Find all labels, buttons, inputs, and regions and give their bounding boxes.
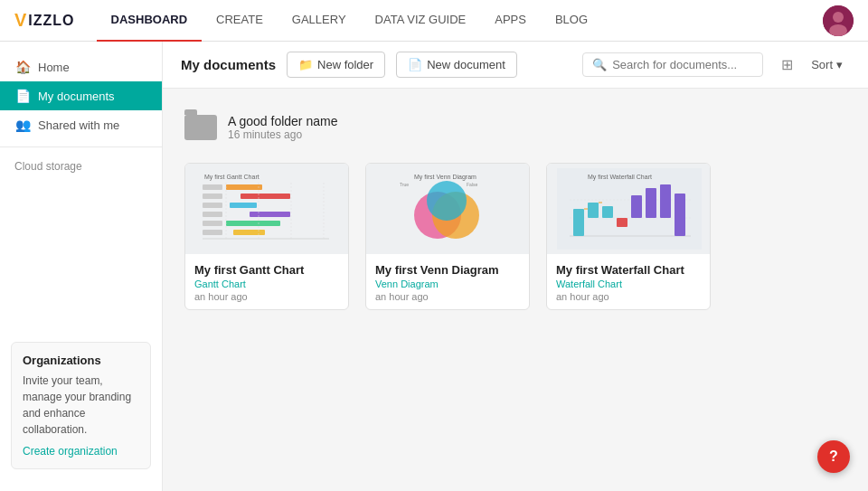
new-folder-label: New folder <box>317 58 373 71</box>
docs-header: My documents 📁 New folder 📄 New document… <box>163 42 868 89</box>
search-wrapper: 🔍 <box>582 52 763 77</box>
card-venn-time: an hour ago <box>375 291 520 302</box>
new-document-label: New document <box>427 58 505 71</box>
card-waterfall-thumb: My first Waterfall Chart <box>547 164 711 254</box>
search-icon: 🔍 <box>592 58 607 71</box>
card-gantt-title: My first Gantt Chart <box>194 263 339 277</box>
folder-info: A good folder name 16 minutes ago <box>228 114 337 141</box>
svg-rect-14 <box>226 221 280 226</box>
card-venn-thumb: My first Venn Diagram True False <box>366 164 530 254</box>
svg-text:My first Gantt Chart: My first Gantt Chart <box>204 174 259 181</box>
logo[interactable]: V IZZLO <box>14 10 75 31</box>
svg-rect-15 <box>203 230 222 235</box>
card-venn[interactable]: My first Venn Diagram True False My firs… <box>365 163 530 310</box>
create-organization-link[interactable]: Create organization <box>23 445 139 458</box>
main-content: My documents 📁 New folder 📄 New document… <box>163 42 868 491</box>
sort-label: Sort <box>811 58 833 71</box>
svg-rect-7 <box>203 194 222 199</box>
nav-dashboard[interactable]: DASHBOARD <box>97 0 203 42</box>
chevron-down-icon: ▾ <box>836 58 843 71</box>
org-box: Organizations Invite your team, manage y… <box>11 342 151 469</box>
svg-point-1 <box>833 12 844 23</box>
folder-icon: 📁 <box>298 58 313 71</box>
search-input[interactable] <box>612 58 748 71</box>
cloud-storage-label: Cloud storage <box>0 155 162 178</box>
home-icon: 🏠 <box>14 60 31 74</box>
svg-rect-12 <box>250 212 290 217</box>
grid-view-icon[interactable]: ⊞ <box>781 56 793 73</box>
nav-create[interactable]: CREATE <box>202 0 278 42</box>
svg-text:True: True <box>400 182 409 187</box>
sidebar-item-home-label: Home <box>38 61 70 74</box>
svg-rect-34 <box>573 209 584 236</box>
svg-rect-13 <box>203 221 222 226</box>
sort-button[interactable]: Sort ▾ <box>804 54 850 75</box>
card-gantt-thumb: My first Gantt Chart <box>185 164 349 254</box>
shared-icon: 👥 <box>14 118 31 132</box>
top-nav: V IZZLO DASHBOARD CREATE GALLERY DATA VI… <box>0 0 868 42</box>
svg-text:My first Waterfall Chart: My first Waterfall Chart <box>588 174 652 181</box>
sidebar-item-my-documents[interactable]: 📄 My documents <box>0 81 162 110</box>
svg-rect-3 <box>195 168 340 250</box>
document-icon: 📄 <box>14 89 31 103</box>
avatar[interactable] <box>823 5 854 36</box>
folder-name: A good folder name <box>228 114 337 128</box>
svg-text:My first Venn Diagram: My first Venn Diagram <box>414 174 476 181</box>
svg-rect-5 <box>203 184 222 190</box>
nav-blog[interactable]: BLOG <box>541 0 602 42</box>
sidebar-item-my-documents-label: My documents <box>38 90 115 103</box>
card-gantt-type: Gantt Chart <box>194 279 339 289</box>
docs-title: My documents <box>181 57 276 72</box>
svg-rect-37 <box>617 218 627 227</box>
svg-rect-40 <box>660 184 671 218</box>
nav-apps[interactable]: APPS <box>480 0 541 42</box>
org-box-text: Invite your team, manage your branding a… <box>23 373 139 438</box>
new-folder-button[interactable]: 📁 New folder <box>287 52 385 78</box>
new-doc-icon: 📄 <box>408 58 422 71</box>
logo-text: IZZLO <box>28 13 74 29</box>
card-waterfall-type: Waterfall Chart <box>556 279 701 289</box>
card-waterfall[interactable]: My first Waterfall Chart <box>546 163 711 310</box>
svg-rect-41 <box>675 194 685 236</box>
main-layout: 🏠 Home 📄 My documents 👥 Shared with me C… <box>0 42 868 491</box>
logo-v-icon: V <box>14 10 26 31</box>
sidebar-divider <box>0 146 162 147</box>
card-venn-title: My first Venn Diagram <box>375 263 520 277</box>
org-box-title: Organizations <box>23 354 139 367</box>
sidebar: 🏠 Home 📄 My documents 👥 Shared with me C… <box>0 42 163 491</box>
svg-rect-38 <box>631 195 642 218</box>
svg-rect-6 <box>226 184 262 190</box>
nav-links: DASHBOARD CREATE GALLERY DATA VIZ GUIDE … <box>97 0 823 42</box>
sidebar-item-home[interactable]: 🏠 Home <box>0 52 162 81</box>
card-waterfall-title: My first Waterfall Chart <box>556 263 701 277</box>
folder-row[interactable]: A good folder name 16 minutes ago <box>184 107 846 148</box>
svg-point-28 <box>427 181 467 221</box>
svg-rect-36 <box>602 206 613 218</box>
card-gantt-info: My first Gantt Chart Gantt Chart an hour… <box>185 254 348 309</box>
card-venn-type: Venn Diagram <box>375 279 520 289</box>
sidebar-item-shared-label: Shared with me <box>38 118 119 132</box>
card-gantt[interactable]: My first Gantt Chart <box>184 163 349 310</box>
nav-gallery[interactable]: GALLERY <box>278 0 361 42</box>
svg-rect-10 <box>230 203 257 208</box>
docs-content: A good folder name 16 minutes ago My fir… <box>163 89 868 328</box>
nav-data-viz-guide[interactable]: DATA VIZ GUIDE <box>361 0 481 42</box>
cards-grid: My first Gantt Chart <box>184 163 846 310</box>
sidebar-item-shared-with-me[interactable]: 👥 Shared with me <box>0 110 162 139</box>
new-document-button[interactable]: 📄 New document <box>396 52 517 78</box>
card-venn-info: My first Venn Diagram Venn Diagram an ho… <box>366 254 529 309</box>
folder-thumbnail-icon <box>184 115 217 140</box>
svg-rect-11 <box>203 212 222 217</box>
help-button[interactable]: ? <box>817 440 850 473</box>
svg-rect-8 <box>241 194 290 199</box>
svg-rect-39 <box>646 188 656 218</box>
svg-rect-9 <box>203 203 222 208</box>
folder-time: 16 minutes ago <box>228 128 337 141</box>
svg-rect-35 <box>588 203 599 218</box>
svg-rect-16 <box>233 230 265 235</box>
card-waterfall-info: My first Waterfall Chart Waterfall Chart… <box>547 254 710 309</box>
svg-text:False: False <box>467 182 477 187</box>
card-gantt-time: an hour ago <box>194 291 339 302</box>
card-waterfall-time: an hour ago <box>556 291 701 302</box>
